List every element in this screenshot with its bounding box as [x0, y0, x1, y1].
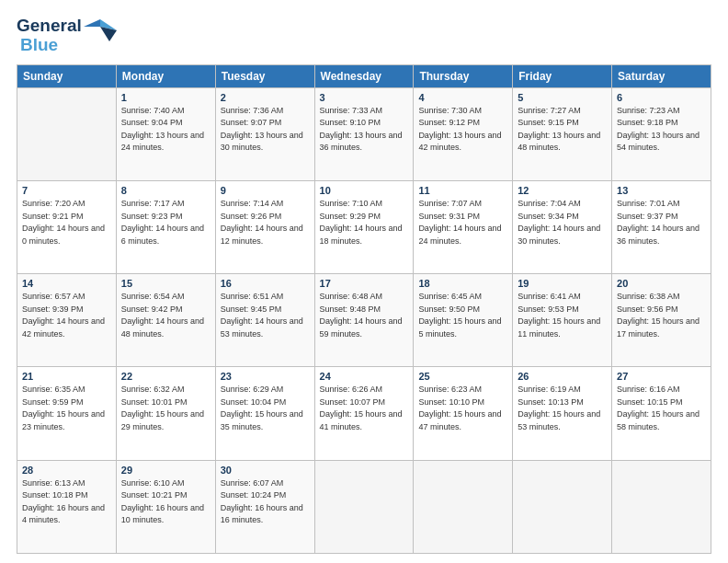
logo: General Blue [17, 17, 117, 55]
day-number: 28 [22, 465, 111, 476]
calendar-week-row: 1Sunrise: 7:40 AMSunset: 9:04 PMDaylight… [17, 87, 711, 180]
calendar-day-cell: 7Sunrise: 7:20 AMSunset: 9:21 PMDaylight… [17, 181, 117, 274]
day-number: 9 [221, 185, 310, 196]
calendar-day-cell [513, 460, 612, 553]
day-info: Sunrise: 6:32 AMSunset: 10:01 PMDaylight… [121, 384, 210, 433]
day-info: Sunrise: 7:33 AMSunset: 9:10 PMDaylight:… [320, 105, 409, 155]
day-number: 14 [22, 278, 111, 289]
calendar-table: SundayMondayTuesdayWednesdayThursdayFrid… [17, 64, 711, 554]
day-number: 16 [221, 278, 310, 289]
day-info: Sunrise: 6:48 AMSunset: 9:48 PMDaylight:… [320, 291, 409, 340]
calendar-week-row: 14Sunrise: 6:57 AMSunset: 9:39 PMDayligh… [17, 274, 711, 367]
calendar-day-cell: 21Sunrise: 6:35 AMSunset: 9:59 PMDayligh… [17, 367, 117, 460]
day-info: Sunrise: 7:14 AMSunset: 9:26 PMDaylight:… [221, 198, 310, 247]
weekday-header: Tuesday [215, 64, 314, 87]
day-number: 25 [418, 371, 507, 382]
day-info: Sunrise: 7:17 AMSunset: 9:23 PMDaylight:… [121, 198, 210, 247]
day-number: 29 [121, 465, 210, 476]
weekday-header: Saturday [612, 64, 711, 87]
day-info: Sunrise: 6:45 AMSunset: 9:50 PMDaylight:… [418, 291, 507, 340]
day-number: 23 [221, 371, 310, 382]
svg-marker-1 [84, 19, 100, 27]
day-number: 21 [22, 371, 111, 382]
day-info: Sunrise: 6:54 AMSunset: 9:42 PMDaylight:… [121, 291, 210, 340]
day-info: Sunrise: 6:29 AMSunset: 10:04 PMDaylight… [221, 384, 310, 433]
calendar-day-cell: 19Sunrise: 6:41 AMSunset: 9:53 PMDayligh… [513, 274, 612, 367]
day-info: Sunrise: 6:57 AMSunset: 9:39 PMDaylight:… [22, 291, 111, 340]
calendar-day-cell [314, 460, 414, 553]
day-info: Sunrise: 7:20 AMSunset: 9:21 PMDaylight:… [22, 198, 111, 247]
calendar-day-cell: 12Sunrise: 7:04 AMSunset: 9:34 PMDayligh… [513, 181, 612, 274]
calendar-day-cell: 20Sunrise: 6:38 AMSunset: 9:56 PMDayligh… [612, 274, 711, 367]
calendar-day-cell: 26Sunrise: 6:19 AMSunset: 10:13 PMDaylig… [513, 367, 612, 460]
calendar-day-cell: 13Sunrise: 7:01 AMSunset: 9:37 PMDayligh… [612, 181, 711, 274]
day-number: 6 [617, 92, 706, 103]
calendar-day-cell: 14Sunrise: 6:57 AMSunset: 9:39 PMDayligh… [17, 274, 117, 367]
logo-text: General Blue [17, 17, 82, 55]
calendar-day-cell [414, 460, 513, 553]
day-number: 15 [121, 278, 210, 289]
calendar-day-cell: 10Sunrise: 7:10 AMSunset: 9:29 PMDayligh… [314, 181, 414, 274]
day-info: Sunrise: 6:16 AMSunset: 10:15 PMDaylight… [617, 384, 706, 433]
day-number: 22 [121, 371, 210, 382]
day-number: 18 [418, 278, 507, 289]
calendar-day-cell [612, 460, 711, 553]
calendar-day-cell: 1Sunrise: 7:40 AMSunset: 9:04 PMDaylight… [116, 87, 215, 180]
page-header: General Blue [17, 17, 711, 55]
calendar-day-cell: 6Sunrise: 7:23 AMSunset: 9:18 PMDaylight… [612, 87, 711, 180]
calendar-day-cell: 4Sunrise: 7:30 AMSunset: 9:12 PMDaylight… [414, 87, 513, 180]
day-info: Sunrise: 6:10 AMSunset: 10:21 PMDaylight… [121, 477, 210, 527]
weekday-header: Monday [116, 64, 215, 87]
day-number: 13 [617, 185, 706, 196]
calendar-day-cell: 16Sunrise: 6:51 AMSunset: 9:45 PMDayligh… [215, 274, 314, 367]
day-info: Sunrise: 7:04 AMSunset: 9:34 PMDaylight:… [518, 198, 607, 247]
day-info: Sunrise: 6:35 AMSunset: 9:59 PMDaylight:… [22, 384, 111, 433]
calendar-day-cell: 29Sunrise: 6:10 AMSunset: 10:21 PMDaylig… [116, 460, 215, 553]
day-info: Sunrise: 6:26 AMSunset: 10:07 PMDaylight… [320, 384, 409, 433]
day-number: 5 [518, 92, 607, 103]
day-info: Sunrise: 6:13 AMSunset: 10:18 PMDaylight… [22, 477, 111, 527]
day-info: Sunrise: 6:07 AMSunset: 10:24 PMDaylight… [221, 477, 310, 527]
calendar-day-cell: 28Sunrise: 6:13 AMSunset: 10:18 PMDaylig… [17, 460, 117, 553]
calendar-week-row: 21Sunrise: 6:35 AMSunset: 9:59 PMDayligh… [17, 367, 711, 460]
calendar-day-cell: 11Sunrise: 7:07 AMSunset: 9:31 PMDayligh… [414, 181, 513, 274]
weekday-header: Wednesday [314, 64, 414, 87]
calendar-day-cell: 30Sunrise: 6:07 AMSunset: 10:24 PMDaylig… [215, 460, 314, 553]
day-number: 19 [518, 278, 607, 289]
calendar-day-cell: 23Sunrise: 6:29 AMSunset: 10:04 PMDaylig… [215, 367, 314, 460]
day-info: Sunrise: 7:40 AMSunset: 9:04 PMDaylight:… [121, 105, 210, 155]
day-info: Sunrise: 7:36 AMSunset: 9:07 PMDaylight:… [221, 105, 310, 155]
day-number: 12 [518, 185, 607, 196]
day-number: 24 [320, 371, 409, 382]
calendar-day-cell: 25Sunrise: 6:23 AMSunset: 10:10 PMDaylig… [414, 367, 513, 460]
calendar-day-cell: 15Sunrise: 6:54 AMSunset: 9:42 PMDayligh… [116, 274, 215, 367]
day-info: Sunrise: 7:01 AMSunset: 9:37 PMDaylight:… [617, 198, 706, 247]
calendar-day-cell [17, 87, 117, 180]
day-info: Sunrise: 7:27 AMSunset: 9:15 PMDaylight:… [518, 105, 607, 155]
day-info: Sunrise: 7:07 AMSunset: 9:31 PMDaylight:… [418, 198, 507, 247]
weekday-header: Sunday [17, 64, 117, 87]
day-number: 3 [320, 92, 409, 103]
day-number: 20 [617, 278, 706, 289]
day-info: Sunrise: 6:51 AMSunset: 9:45 PMDaylight:… [221, 291, 310, 340]
day-number: 17 [320, 278, 409, 289]
day-number: 26 [518, 371, 607, 382]
calendar-day-cell: 3Sunrise: 7:33 AMSunset: 9:10 PMDaylight… [314, 87, 414, 180]
day-number: 4 [418, 92, 507, 103]
day-info: Sunrise: 7:23 AMSunset: 9:18 PMDaylight:… [617, 105, 706, 155]
day-info: Sunrise: 6:41 AMSunset: 9:53 PMDaylight:… [518, 291, 607, 340]
day-number: 7 [22, 185, 111, 196]
calendar-day-cell: 2Sunrise: 7:36 AMSunset: 9:07 PMDaylight… [215, 87, 314, 180]
weekday-header: Thursday [414, 64, 513, 87]
calendar-day-cell: 17Sunrise: 6:48 AMSunset: 9:48 PMDayligh… [314, 274, 414, 367]
calendar-week-row: 7Sunrise: 7:20 AMSunset: 9:21 PMDaylight… [17, 181, 711, 274]
calendar-week-row: 28Sunrise: 6:13 AMSunset: 10:18 PMDaylig… [17, 460, 711, 553]
weekday-header: Friday [513, 64, 612, 87]
day-info: Sunrise: 7:30 AMSunset: 9:12 PMDaylight:… [418, 105, 507, 155]
calendar-day-cell: 22Sunrise: 6:32 AMSunset: 10:01 PMDaylig… [116, 367, 215, 460]
day-number: 11 [418, 185, 507, 196]
calendar-day-cell: 27Sunrise: 6:16 AMSunset: 10:15 PMDaylig… [612, 367, 711, 460]
day-info: Sunrise: 6:38 AMSunset: 9:56 PMDaylight:… [617, 291, 706, 340]
day-number: 1 [121, 92, 210, 103]
day-number: 8 [121, 185, 210, 196]
